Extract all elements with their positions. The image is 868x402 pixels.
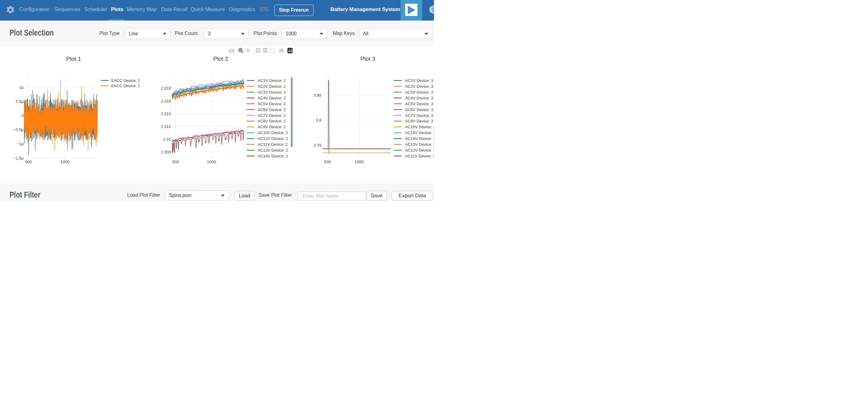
svg-text:AC11V Device: 2: AC11V Device: 2: [258, 142, 288, 147]
svg-text:AC2V Device: 3: AC2V Device: 3: [405, 84, 433, 89]
svg-text:−1µ: −1µ: [17, 141, 24, 146]
svg-text:AC7V Device: 3: AC7V Device: 3: [405, 113, 433, 118]
svg-text:2.308: 2.308: [161, 150, 171, 154]
svg-text:1000: 1000: [354, 160, 364, 164]
svg-text:2.314: 2.314: [161, 111, 171, 116]
svg-text:2.312: 2.312: [161, 124, 171, 129]
svg-text:0: 0: [22, 113, 24, 118]
svg-text:AC5V Device: 3: AC5V Device: 3: [405, 102, 433, 106]
svg-text:1000: 1000: [60, 160, 69, 164]
svg-text:−1.5µ: −1.5µ: [13, 156, 24, 161]
svg-text:AC5V Device: 2: AC5V Device: 2: [258, 102, 286, 106]
svg-text:Plot 3: Plot 3: [361, 56, 375, 62]
svg-text:AC14V Device: 2: AC14V Device: 2: [258, 154, 288, 159]
svg-text:500: 500: [172, 160, 179, 164]
svg-text:3.8: 3.8: [316, 118, 321, 122]
svg-text:AC9V Device: 2: AC9V Device: 2: [258, 124, 286, 129]
svg-text:AC1V Device: 3: AC1V Device: 3: [405, 78, 433, 83]
svg-text:Plot 2: Plot 2: [213, 56, 228, 62]
svg-text:AC12V Device: 3: AC12V Device: 3: [405, 148, 434, 152]
svg-text:AC8V Device: 2: AC8V Device: 2: [258, 119, 286, 123]
svg-text:500: 500: [324, 160, 331, 164]
svg-text:I1ACC Device: 1: I1ACC Device: 1: [111, 78, 140, 83]
svg-text:500: 500: [25, 160, 32, 164]
svg-text:AC13V Device: 2: AC13V Device: 2: [258, 148, 288, 152]
svg-text:I2ACC Device: 1: I2ACC Device: 1: [111, 83, 140, 88]
svg-text:−0.5µ: −0.5µ: [13, 127, 24, 132]
svg-text:AC4V Device: 2: AC4V Device: 2: [258, 96, 286, 100]
svg-text:?: ?: [432, 6, 434, 13]
svg-text:AC11V Device: 3: AC11V Device: 3: [405, 154, 434, 159]
svg-text:Plot 1: Plot 1: [66, 56, 81, 62]
svg-text:AC13V Device: 3: AC13V Device: 3: [405, 142, 434, 147]
svg-text:1µ: 1µ: [19, 85, 24, 90]
svg-text:2.318: 2.318: [161, 86, 171, 90]
svg-text:3.85: 3.85: [314, 93, 321, 97]
svg-text:AC4V Device: 3: AC4V Device: 3: [405, 96, 433, 100]
svg-text:3.75: 3.75: [314, 143, 321, 148]
svg-text:AC3V Device: 3: AC3V Device: 3: [405, 90, 433, 94]
svg-text:0.5µ: 0.5µ: [16, 99, 24, 104]
svg-text:AC6V Device: 3: AC6V Device: 3: [405, 107, 433, 112]
svg-text:2.31: 2.31: [163, 137, 171, 141]
svg-text:AC10V Device: 2: AC10V Device: 2: [258, 131, 288, 135]
svg-text:AC14V Device: 3: AC14V Device: 3: [405, 136, 434, 141]
svg-text:AC16V Device: 3: AC16V Device: 3: [405, 124, 434, 129]
svg-text:1000: 1000: [207, 160, 216, 164]
svg-text:AC1V Device: 2: AC1V Device: 2: [258, 78, 286, 83]
svg-text:AC3V Device: 2: AC3V Device: 2: [258, 90, 286, 94]
svg-text:AC7V Device: 2: AC7V Device: 2: [258, 113, 286, 118]
svg-text:AC2V Device: 2: AC2V Device: 2: [258, 84, 286, 89]
svg-text:AC12V Device: 2: AC12V Device: 2: [258, 136, 288, 141]
svg-text:AC6V Device: 2: AC6V Device: 2: [258, 107, 286, 112]
svg-text:2.316: 2.316: [161, 99, 171, 104]
svg-text:AC8V Device: 3: AC8V Device: 3: [405, 119, 433, 123]
svg-text:AC15V Device: 3: AC15V Device: 3: [405, 131, 434, 135]
